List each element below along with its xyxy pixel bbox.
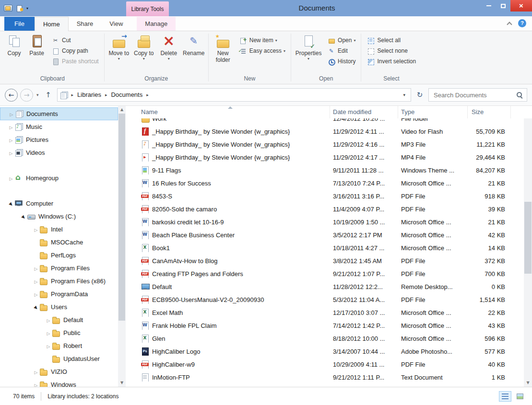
file-row[interactable]: Default11/28/2012 12:2...Remote Desktop.…	[126, 280, 524, 293]
expander-icon[interactable]	[20, 213, 27, 220]
file-row[interactable]: 9-11 Flags9/11/2011 11:28 ...Windows The…	[126, 164, 524, 177]
quick-access-properties-icon[interactable]	[16, 5, 23, 12]
scrollbar-thumb[interactable]	[118, 114, 125, 321]
scroll-down-icon[interactable]: ▼	[524, 379, 532, 387]
file-row[interactable]: Work12/4/2012 10:20 ...File folder	[126, 118, 524, 125]
open-button[interactable]: Open▾	[324, 35, 359, 46]
forward-button[interactable]: →	[20, 89, 33, 102]
tree-item-videos[interactable]: Videos	[0, 146, 118, 159]
expander-icon[interactable]	[33, 368, 39, 375]
column-header-date-modified[interactable]: Date modified	[330, 106, 398, 118]
file-row[interactable]: CanAmAtv-How to Blog3/8/2012 1:45 AMPDF …	[126, 255, 524, 267]
paste-button[interactable]: Paste	[25, 32, 48, 57]
file-row[interactable]: barkoski credit let 10-16-910/19/2009 1:…	[126, 216, 524, 229]
file-row[interactable]: Glen8/18/2012 10:00 ...Microsoft Office …	[126, 332, 524, 345]
tree-item-homegroup[interactable]: Homegroup	[0, 172, 118, 185]
column-header-size[interactable]: Size	[468, 106, 511, 118]
expander-icon[interactable]	[45, 329, 52, 336]
tab-manage[interactable]: Manage	[137, 17, 176, 31]
thumbnails-view-button[interactable]	[514, 391, 526, 402]
tree-item-computer[interactable]: Computer	[0, 197, 118, 210]
copy-to-button[interactable]: Copy to▾	[131, 32, 156, 61]
move-to-button[interactable]: Move to▾	[106, 32, 131, 61]
tree-item-intel[interactable]: Intel	[0, 223, 118, 236]
expander-icon[interactable]	[8, 123, 14, 130]
breadcrumb-libraries[interactable]: Libraries	[74, 89, 105, 101]
file-row[interactable]: 16 Rules for Success7/13/2010 7:24 P...M…	[126, 177, 524, 190]
expander-icon[interactable]	[8, 149, 14, 156]
tree-item-msocache[interactable]: MSOCache	[0, 236, 118, 249]
list-scrollbar[interactable]: ▲ ▼	[524, 106, 532, 387]
file-row[interactable]: Excel Math12/17/2010 3:07 ...Microsoft O…	[126, 306, 524, 319]
file-row[interactable]: Beach Place Business Center3/5/2012 2:17…	[126, 229, 524, 242]
minimize-ribbon-icon[interactable]	[507, 22, 512, 27]
rename-button[interactable]: Rename	[181, 32, 206, 57]
up-button[interactable]: ↑	[42, 91, 55, 99]
column-header-type[interactable]: Type	[398, 106, 468, 118]
new-folder-button[interactable]: New folder	[211, 32, 236, 63]
new-item-button[interactable]: New item▾	[236, 35, 289, 46]
tree-item-public[interactable]: Public	[0, 326, 118, 339]
file-row[interactable]: 8453-S3/16/2011 3:16 P...PDF File918 KB	[126, 190, 524, 203]
file-row[interactable]: _Happy Birthday_ by Stevie Wonder {w_gra…	[126, 125, 524, 138]
details-view-button[interactable]	[499, 391, 511, 402]
maximize-button[interactable]	[496, 0, 510, 12]
tab-file[interactable]: File	[4, 17, 35, 31]
tab-share[interactable]: Share	[69, 17, 102, 31]
file-row[interactable]: Frank Hoble FPL Claim7/14/2012 1:42 P...…	[126, 319, 524, 332]
paste-shortcut-button[interactable]: Paste shortcut	[48, 56, 102, 67]
cut-button[interactable]: ✂Cut	[48, 35, 102, 46]
minimize-button[interactable]	[482, 0, 496, 12]
expander-icon[interactable]	[33, 381, 39, 387]
expander-icon[interactable]	[45, 342, 52, 349]
edit-button[interactable]: ✎Edit	[324, 46, 359, 56]
file-row[interactable]: Book110/18/2011 4:27 ...Microsoft Office…	[126, 242, 524, 255]
refresh-button[interactable]: ↻	[414, 91, 426, 99]
expander-icon[interactable]	[33, 278, 39, 285]
tab-home[interactable]: Home	[35, 17, 69, 31]
file-row[interactable]: _Happy Birthday_ by Stevie Wonder {w_gra…	[126, 138, 524, 151]
scroll-up-icon[interactable]: ▲	[118, 106, 126, 114]
expander-icon[interactable]	[8, 110, 15, 117]
file-row[interactable]: InMotion-FTP9/21/2012 1:11 P...Text Docu…	[126, 371, 524, 384]
breadcrumb-separator-icon[interactable]: ▸	[146, 93, 149, 97]
file-row[interactable]: Creating FTP Pages and Folders9/21/2012 …	[126, 267, 524, 280]
expander-icon[interactable]	[33, 265, 39, 272]
expander-icon[interactable]	[33, 303, 39, 311]
tree-item-vizio[interactable]: VIZIO	[0, 365, 118, 378]
file-row[interactable]: ECB9500-UsersManual-V2-0_200909305/3/201…	[126, 293, 524, 306]
invert-selection-button[interactable]: Invert selection	[363, 56, 419, 67]
select-none-button[interactable]: Select none	[363, 46, 419, 56]
address-history-dropdown-icon[interactable]: ▾	[400, 93, 409, 97]
tree-item-documents[interactable]: Documents	[0, 107, 118, 120]
expander-icon[interactable]	[45, 316, 52, 324]
back-button[interactable]: ←	[5, 89, 18, 102]
close-button[interactable]: ×	[510, 0, 532, 12]
tab-view[interactable]: View	[101, 17, 131, 31]
file-row[interactable]: HighCaliber-w910/29/2009 4:11 ...PDF Fil…	[126, 358, 524, 371]
search-input[interactable]	[433, 91, 516, 99]
help-button[interactable]: ?	[518, 19, 526, 27]
explorer-window-icon[interactable]	[4, 5, 12, 12]
breadcrumb-documents[interactable]: Documents	[107, 89, 146, 101]
tree-item-windows[interactable]: Windows	[0, 378, 118, 387]
file-row[interactable]: HighCaliber Logo3/14/2007 10:44 ...Adobe…	[126, 345, 524, 358]
properties-button[interactable]: Properties▾	[293, 32, 324, 61]
tree-item-perflogs[interactable]: PerfLogs	[0, 249, 118, 262]
expander-icon[interactable]	[8, 200, 14, 207]
column-header-name[interactable]: Name	[141, 106, 330, 118]
easy-access-button[interactable]: Easy access▾	[236, 46, 289, 56]
delete-button[interactable]: Delete▾	[156, 32, 181, 61]
expander-icon[interactable]	[33, 290, 39, 298]
expander-icon[interactable]	[33, 226, 39, 233]
file-row[interactable]: 82050-Sold the camaro11/4/2009 4:07 P...…	[126, 203, 524, 216]
tree-item-pictures[interactable]: Pictures	[0, 133, 118, 146]
tree-item-program-files[interactable]: Program Files	[0, 262, 118, 275]
tree-item-music[interactable]: Music	[0, 120, 118, 133]
select-all-button[interactable]: Select all	[363, 35, 419, 46]
copy-button[interactable]: Copy	[3, 32, 25, 57]
scroll-down-icon[interactable]: ▼	[118, 379, 126, 387]
file-row[interactable]: _Happy Birthday_ by Stevie Wonder {w_gra…	[126, 151, 524, 164]
history-button[interactable]: History	[324, 56, 359, 67]
expander-icon[interactable]	[8, 136, 14, 143]
